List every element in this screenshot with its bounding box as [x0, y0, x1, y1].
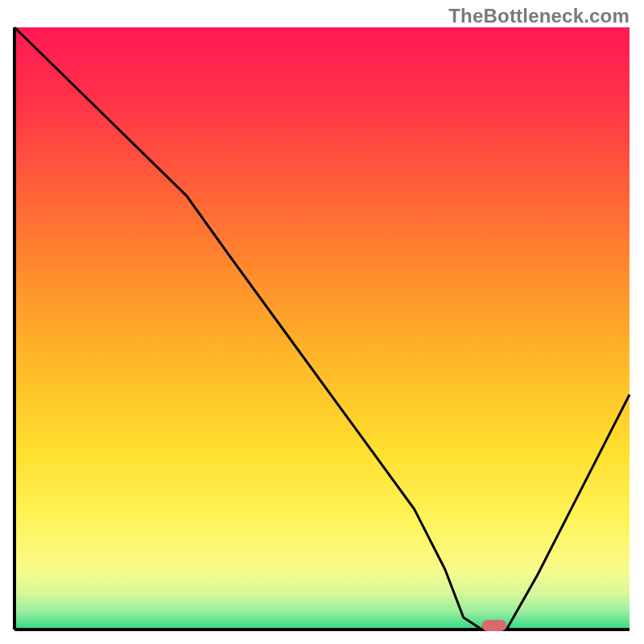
- bottleneck-plot: [0, 0, 644, 644]
- chart-container: TheBottleneck.com: [0, 0, 644, 644]
- optimal-marker: [482, 620, 507, 631]
